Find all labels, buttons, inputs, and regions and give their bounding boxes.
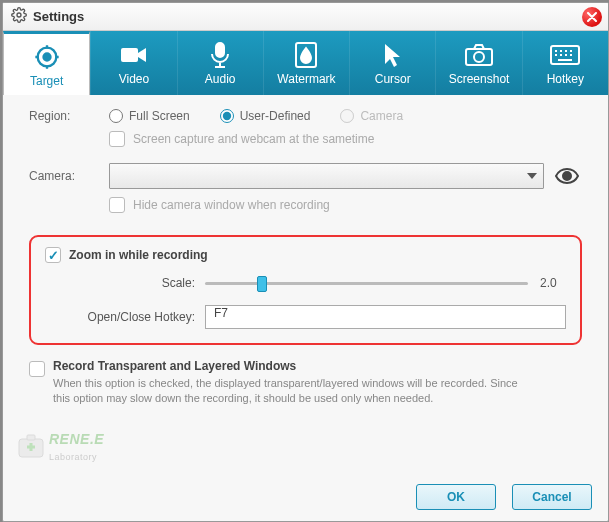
keyboard-icon (550, 40, 580, 70)
tab-target[interactable]: Target (3, 31, 90, 95)
tab-cursor[interactable]: Cursor (349, 31, 435, 95)
zoom-checkbox-label: Zoom in while recording (69, 248, 208, 262)
svg-rect-11 (27, 435, 35, 440)
camera-combobox[interactable] (109, 163, 544, 189)
scale-slider[interactable] (205, 273, 528, 293)
brand-text: RENE.E (49, 431, 104, 447)
svg-rect-3 (121, 48, 138, 62)
video-camera-icon (120, 40, 148, 70)
tab-label: Screenshot (449, 72, 510, 86)
hide-camera-label: Hide camera window when recording (133, 198, 330, 212)
tab-label: Audio (205, 72, 236, 86)
radio-label: Full Screen (129, 109, 190, 123)
slider-thumb[interactable] (257, 276, 267, 292)
record-layered-label: Record Transparent and Layered Windows (53, 359, 523, 373)
svg-rect-4 (216, 43, 224, 57)
tab-video[interactable]: Video (90, 31, 176, 95)
hide-camera-checkbox[interactable] (109, 197, 125, 213)
preview-camera-button[interactable] (552, 163, 582, 189)
record-layered-description: When this option is checked, the display… (53, 376, 523, 406)
svg-point-9 (563, 172, 571, 180)
droplet-icon (295, 40, 317, 70)
camera-label: Camera: (29, 169, 109, 183)
microphone-icon (209, 40, 231, 70)
radio-label: User-Defined (240, 109, 311, 123)
tab-screenshot[interactable]: Screenshot (435, 31, 521, 95)
radio-camera: Camera (340, 109, 403, 123)
tab-label: Video (119, 72, 149, 86)
close-button[interactable] (582, 7, 602, 27)
svg-point-7 (474, 52, 484, 62)
brand-subtext: Laboratory (49, 452, 97, 462)
radio-user-defined[interactable]: User-Defined (220, 109, 311, 123)
tab-audio[interactable]: Audio (177, 31, 263, 95)
svg-point-2 (43, 53, 50, 60)
zoom-checkbox[interactable] (45, 247, 61, 263)
first-aid-icon (17, 433, 45, 461)
tab-label: Watermark (277, 72, 335, 86)
cancel-button[interactable]: Cancel (512, 484, 592, 510)
ok-button[interactable]: OK (416, 484, 496, 510)
record-layered-checkbox[interactable] (29, 361, 45, 377)
hotkey-label: Open/Close Hotkey: (45, 310, 195, 324)
tab-label: Target (30, 74, 63, 88)
cursor-icon (383, 40, 403, 70)
camera-icon (465, 40, 493, 70)
region-label: Region: (29, 109, 109, 123)
tab-watermark[interactable]: Watermark (263, 31, 349, 95)
target-icon (33, 42, 61, 72)
radio-label: Camera (360, 109, 403, 123)
radio-full-screen[interactable]: Full Screen (109, 109, 190, 123)
tab-label: Cursor (375, 72, 411, 86)
tab-hotkey[interactable]: Hotkey (522, 31, 608, 95)
tab-label: Hotkey (547, 72, 584, 86)
svg-point-0 (17, 13, 21, 17)
scale-value: 2.0 (540, 276, 566, 290)
chevron-down-icon (527, 173, 537, 179)
eye-icon (555, 168, 579, 184)
settings-gear-icon (11, 7, 27, 26)
scale-label: Scale: (45, 276, 195, 290)
screen-webcam-checkbox[interactable] (109, 131, 125, 147)
screen-webcam-label: Screen capture and webcam at the sametim… (133, 132, 374, 146)
brand-watermark: RENE.E Laboratory (17, 431, 104, 463)
zoom-settings-group: Zoom in while recording Scale: 2.0 Open/… (29, 235, 582, 345)
hotkey-input[interactable]: F7 (205, 305, 566, 329)
window-title: Settings (33, 9, 84, 24)
